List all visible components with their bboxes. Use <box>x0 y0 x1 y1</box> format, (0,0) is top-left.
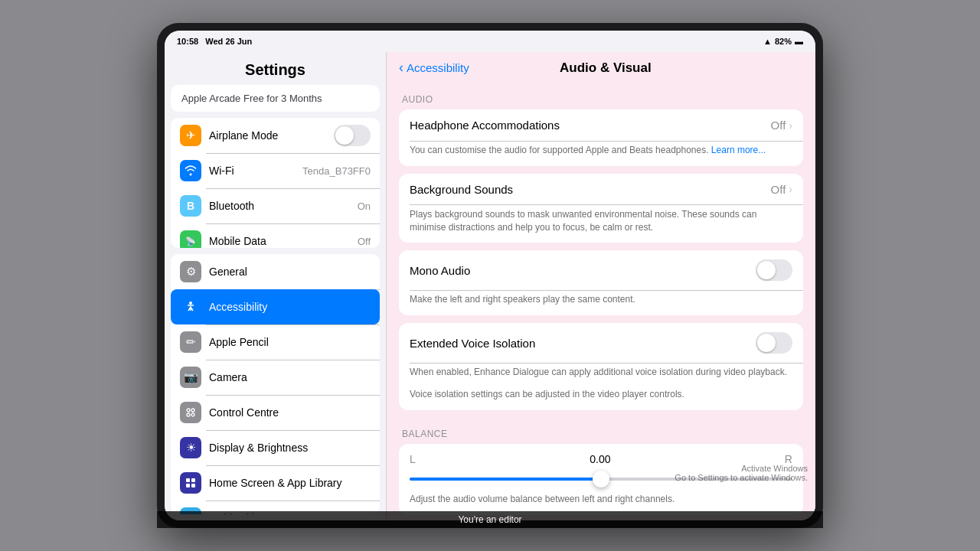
general-label: General <box>209 266 371 278</box>
background-sounds-title: Background Sounds <box>410 183 771 196</box>
sidebar-item-camera[interactable]: 📷 Camera <box>171 360 380 395</box>
sidebar-item-apple-pencil[interactable]: ✏ Apple Pencil <box>171 324 380 360</box>
mobile-data-value: Off <box>358 236 371 247</box>
apple-pencil-label: Apple Pencil <box>209 336 371 348</box>
sidebar-item-control-centre[interactable]: Control Centre <box>171 395 380 430</box>
svg-point-2 <box>191 409 194 412</box>
headphone-accommodations-description: You can customise the audio for supporte… <box>399 141 803 166</box>
mono-audio-card: Mono Audio Make the left and right speak… <box>399 250 803 315</box>
sidebar-item-bluetooth[interactable]: B Bluetooth On <box>171 188 380 223</box>
extended-voice-toggle[interactable] <box>756 332 792 354</box>
accessibility-icon <box>180 296 201 318</box>
extended-voice-description1: When enabled, Enhance Dialogue can apply… <box>399 363 803 388</box>
balance-section: L 0.00 R Adjust the audio volume balance… <box>399 444 803 515</box>
control-centre-label: Control Centre <box>209 406 371 419</box>
wifi-value: Tenda_B73FF0 <box>302 165 371 177</box>
balance-description: Adjust the audio volume balance between … <box>410 493 792 506</box>
mono-audio-desc-text: Make the left and right speakers play th… <box>410 294 635 305</box>
wifi-icon: ▲ <box>763 37 772 46</box>
background-sounds-value: Off <box>771 183 786 196</box>
status-bar: 10:58 Wed 26 Jun ▲ 82% ▬ <box>165 31 815 52</box>
svg-point-3 <box>187 413 190 416</box>
camera-label: Camera <box>209 371 371 383</box>
sidebar-connectivity-section: ✈ Airplane Mode Wi-Fi <box>171 118 380 248</box>
tablet-screen: 10:58 Wed 26 Jun ▲ 82% ▬ Settings Apple … <box>165 31 815 520</box>
svg-rect-5 <box>186 478 190 482</box>
learn-more-text: Learn more... <box>711 145 766 155</box>
main-content: Settings Apple Arcade Free for 3 Months … <box>165 52 815 520</box>
status-date: Wed 26 Jun <box>205 37 252 46</box>
sidebar-title: Settings <box>165 52 386 85</box>
detail-title: Audio & Visual <box>469 60 742 76</box>
promo-banner[interactable]: Apple Arcade Free for 3 Months <box>171 85 380 112</box>
detail-scroll[interactable]: AUDIO Headphone Accommodations Off › You… <box>387 83 815 520</box>
mono-audio-title: Mono Audio <box>410 264 756 277</box>
headphone-accommodations-chevron: › <box>789 119 792 132</box>
svg-rect-6 <box>191 478 195 482</box>
sidebar-item-general[interactable]: ⚙ General <box>171 254 380 289</box>
background-sounds-card: Background Sounds Off › Plays background… <box>399 174 803 243</box>
battery-icon: ▬ <box>795 37 803 46</box>
back-arrow-icon: ‹ <box>399 60 403 76</box>
back-button[interactable]: ‹ Accessibility <box>399 60 469 76</box>
bottom-banner-text: You're an editor <box>458 514 521 520</box>
learn-more-link[interactable]: Learn more... <box>711 145 766 155</box>
battery-indicator: 82% <box>775 37 792 46</box>
svg-point-1 <box>187 409 190 412</box>
sidebar-item-accessibility[interactable]: Accessibility <box>171 289 380 324</box>
extended-voice-description2: Voice isolation settings can be adjusted… <box>399 388 803 410</box>
headphone-desc-text: You can customise the audio for supporte… <box>410 145 709 155</box>
balance-slider-thumb[interactable] <box>593 471 609 487</box>
extended-voice-desc2-text: Voice isolation settings can be adjusted… <box>410 389 684 399</box>
tablet-device: 10:58 Wed 26 Jun ▲ 82% ▬ Settings Apple … <box>157 23 823 528</box>
airplane-mode-toggle[interactable] <box>334 125 371 146</box>
svg-rect-8 <box>191 484 195 487</box>
mobile-data-icon: 📡 <box>180 230 201 248</box>
svg-rect-7 <box>186 484 190 487</box>
extended-voice-title: Extended Voice Isolation <box>410 337 756 350</box>
camera-icon: 📷 <box>180 367 201 388</box>
general-icon: ⚙ <box>180 261 201 282</box>
balance-right-label: R <box>785 453 792 465</box>
headphone-accommodations-value: Off <box>771 119 786 132</box>
balance-slider-fill <box>410 478 609 481</box>
home-screen-icon <box>180 472 201 494</box>
background-sounds-row[interactable]: Background Sounds Off › <box>399 174 803 205</box>
headphone-accommodations-row[interactable]: Headphone Accommodations Off › <box>399 109 803 141</box>
background-sounds-desc-text: Plays background sounds to mask unwanted… <box>410 209 756 233</box>
promo-text: Apple Arcade Free for 3 Months <box>181 93 322 104</box>
display-brightness-icon: ☀ <box>180 437 201 458</box>
sidebar-item-home-screen[interactable]: Home Screen & App Library <box>171 465 380 500</box>
bluetooth-value: On <box>358 201 371 212</box>
sidebar: Settings Apple Arcade Free for 3 Months … <box>165 52 387 520</box>
headphone-accommodations-title: Headphone Accommodations <box>410 119 771 132</box>
balance-section-header: BALANCE <box>399 418 803 444</box>
svg-point-4 <box>191 413 194 416</box>
display-brightness-label: Display & Brightness <box>209 442 371 454</box>
mono-audio-toggle[interactable] <box>756 259 792 281</box>
bottom-banner: You're an editor <box>165 511 815 520</box>
apple-pencil-icon: ✏ <box>180 331 201 353</box>
sidebar-item-airplane-mode[interactable]: ✈ Airplane Mode <box>171 118 380 153</box>
airplane-mode-label: Airplane Mode <box>209 129 326 142</box>
bluetooth-label: Bluetooth <box>209 200 350 212</box>
extended-voice-row: Extended Voice Isolation <box>399 323 803 363</box>
sidebar-item-display-brightness[interactable]: ☀ Display & Brightness <box>171 430 380 465</box>
balance-slider[interactable] <box>410 471 792 487</box>
mobile-data-label: Mobile Data <box>209 235 350 247</box>
background-sounds-chevron: › <box>789 183 792 195</box>
status-indicators: ▲ 82% ▬ <box>763 37 803 46</box>
detail-panel: ‹ Accessibility Audio & Visual AUDIO Hea… <box>387 52 815 520</box>
status-time-date: 10:58 Wed 26 Jun <box>177 37 252 46</box>
extended-voice-card: Extended Voice Isolation When enabled, E… <box>399 323 803 410</box>
home-screen-label: Home Screen & App Library <box>209 477 371 489</box>
sidebar-item-mobile-data[interactable]: 📡 Mobile Data Off <box>171 223 380 248</box>
mono-audio-description: Make the left and right speakers play th… <box>399 290 803 315</box>
svg-point-0 <box>189 302 192 305</box>
mono-audio-row: Mono Audio <box>399 250 803 290</box>
balance-row: L 0.00 R <box>410 453 792 465</box>
sidebar-item-wifi[interactable]: Wi-Fi Tenda_B73FF0 <box>171 153 380 188</box>
extended-voice-desc1-text: When enabled, Enhance Dialogue can apply… <box>410 367 787 377</box>
detail-nav: ‹ Accessibility Audio & Visual <box>387 52 815 83</box>
headphone-accommodations-card: Headphone Accommodations Off › You can c… <box>399 109 803 166</box>
